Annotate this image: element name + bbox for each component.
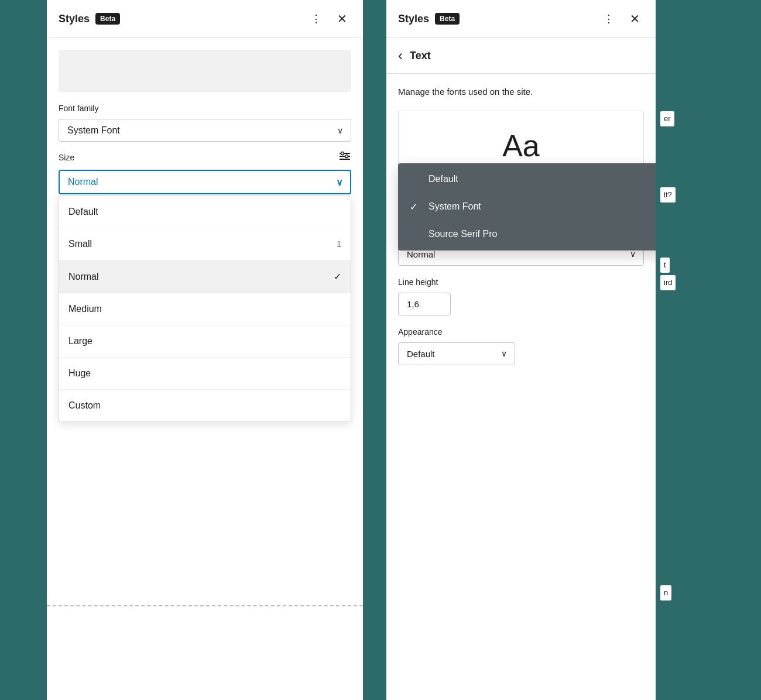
- appearance-wrapper: Default ∨: [398, 342, 515, 365]
- right-panel-actions: ⋮ ✕: [599, 9, 644, 28]
- size-option-medium[interactable]: Medium: [59, 293, 351, 325]
- side-text-t: t: [660, 258, 670, 273]
- dashed-divider: [47, 605, 363, 606]
- right-beta-badge: Beta: [435, 13, 460, 25]
- side-text-er: er: [660, 111, 674, 126]
- size-filter-icon: [338, 151, 351, 164]
- left-panel-title: Styles: [59, 13, 90, 25]
- side-text-n: n: [660, 585, 671, 601]
- font-option-source-label: Source Serif Pro: [429, 229, 497, 239]
- left-panel-content: Font family System Font ∨ Size: [47, 38, 363, 700]
- right-panel-title: Styles: [398, 13, 429, 25]
- font-option-default[interactable]: ✓ Default: [398, 166, 656, 193]
- back-nav: ‹ Text: [386, 38, 656, 74]
- size-option-small[interactable]: Small 1: [59, 228, 351, 260]
- left-panel-title-group: Styles Beta: [59, 13, 120, 25]
- size-select-display[interactable]: Normal: [59, 170, 351, 194]
- size-label: Size: [59, 153, 74, 162]
- size-option-large-label: Large: [68, 336, 92, 346]
- left-panel-header: Styles Beta ⋮ ✕: [47, 0, 363, 38]
- right-dots-icon: ⋮: [604, 12, 615, 25]
- left-close-icon: ✕: [337, 12, 347, 26]
- size-option-huge-label: Huge: [68, 368, 91, 379]
- font-preview-section: Aa ✓ Default ✓ System Font ✓ Source Seri…: [398, 111, 644, 181]
- font-option-default-label: Default: [429, 174, 458, 184]
- left-panel: Styles Beta ⋮ ✕ Font family System Font …: [47, 0, 363, 700]
- appearance-select[interactable]: Default: [398, 342, 515, 365]
- right-panel: Styles Beta ⋮ ✕ ‹ Text Manage the fonts …: [386, 0, 656, 700]
- teal-right: er it? t ird n: [656, 0, 761, 700]
- line-height-input[interactable]: [398, 293, 451, 315]
- side-text-it: it?: [660, 187, 676, 203]
- font-family-dropdown: ✓ Default ✓ System Font ✓ Source Serif P…: [398, 163, 656, 251]
- size-option-small-label: Small: [68, 239, 92, 249]
- svg-point-4: [345, 155, 348, 158]
- right-close-button[interactable]: ✕: [625, 9, 644, 28]
- back-button[interactable]: ‹: [398, 47, 403, 64]
- appearance-label: Appearance: [398, 327, 644, 337]
- line-height-label: Line height: [398, 277, 644, 287]
- right-panel-content: Manage the fonts used on the site. Aa ✓ …: [386, 74, 656, 700]
- left-more-button[interactable]: ⋮: [307, 9, 325, 28]
- font-option-source-serif[interactable]: ✓ Source Serif Pro: [398, 221, 656, 248]
- back-chevron-icon: ‹: [398, 47, 403, 64]
- size-option-default[interactable]: Default: [59, 196, 351, 228]
- size-option-normal[interactable]: Normal ✓: [59, 260, 351, 293]
- size-option-normal-check: ✓: [334, 271, 341, 282]
- font-family-select-wrapper: System Font ∨: [59, 119, 351, 142]
- side-text-ird: ird: [660, 275, 676, 290]
- teal-gap: [363, 0, 375, 700]
- manage-text: Manage the fonts used on the site.: [398, 85, 644, 99]
- size-option-large[interactable]: Large: [59, 325, 351, 358]
- size-header: Size: [59, 151, 351, 164]
- right-panel-header: Styles Beta ⋮ ✕: [386, 0, 656, 38]
- back-title: Text: [410, 50, 431, 62]
- size-option-custom[interactable]: Custom: [59, 390, 351, 421]
- right-more-button[interactable]: ⋮: [599, 9, 618, 28]
- left-panel-actions: ⋮ ✕: [307, 9, 351, 28]
- right-close-icon: ✕: [630, 12, 640, 26]
- size-option-small-badge: 1: [337, 239, 341, 249]
- svg-point-3: [341, 152, 344, 155]
- appearance-section: Appearance Default ∨: [398, 327, 644, 365]
- size-option-custom-label: Custom: [68, 400, 101, 411]
- teal-bar-left: [0, 0, 23, 700]
- size-dropdown-list: Default Small 1 Normal ✓ Medium Large: [59, 195, 351, 422]
- size-option-normal-label: Normal: [68, 272, 99, 282]
- left-beta-badge: Beta: [95, 13, 120, 25]
- font-preview-text: Aa: [502, 128, 540, 163]
- size-option-medium-label: Medium: [68, 304, 102, 314]
- size-select-wrapper: Normal ∨ Default Small 1 Normal ✓ Medi: [59, 170, 351, 194]
- size-option-default-label: Default: [68, 207, 98, 217]
- font-option-system[interactable]: ✓ System Font: [398, 193, 656, 221]
- size-option-huge[interactable]: Huge: [59, 358, 351, 390]
- line-height-section: Line height: [398, 277, 644, 315]
- font-family-select[interactable]: System Font: [59, 119, 351, 142]
- font-option-system-label: System Font: [429, 201, 481, 212]
- left-close-button[interactable]: ✕: [332, 9, 351, 28]
- font-system-check: ✓: [410, 201, 421, 212]
- left-preview-area: [59, 50, 351, 92]
- left-dots-icon: ⋮: [311, 12, 322, 25]
- font-family-label: Font family: [59, 104, 351, 113]
- size-select-value: Normal: [68, 177, 98, 187]
- right-panel-title-group: Styles Beta: [398, 13, 460, 25]
